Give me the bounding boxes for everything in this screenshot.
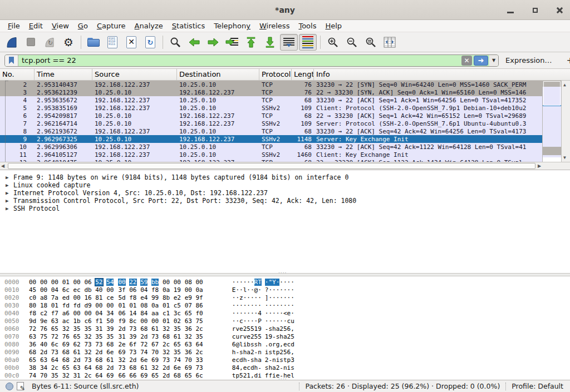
hex-byte[interactable]: 73 bbox=[129, 349, 136, 356]
hex-byte[interactable]: 61 bbox=[174, 333, 181, 340]
hex-byte[interactable]: a8 bbox=[40, 294, 47, 301]
go-first-packet-button[interactable] bbox=[242, 34, 260, 51]
hex-byte[interactable]: 06 bbox=[129, 286, 136, 294]
hex-byte[interactable]: ed bbox=[62, 294, 70, 301]
hex-byte[interactable]: 2c bbox=[196, 349, 203, 356]
ascii-char[interactable]: < bbox=[283, 310, 287, 317]
ascii-char[interactable]: s bbox=[250, 341, 254, 348]
detail-row[interactable]: ▶Transmission Control Protocol, Src Port… bbox=[0, 197, 570, 205]
ascii-char[interactable]: · bbox=[250, 302, 254, 309]
hex-byte[interactable]: 8c bbox=[129, 317, 136, 325]
hex-byte[interactable]: 64 bbox=[84, 364, 91, 371]
hex-byte[interactable]: 8b bbox=[163, 294, 170, 301]
hex-byte[interactable]: e2 bbox=[174, 294, 181, 301]
ascii-char[interactable]: · bbox=[239, 310, 243, 317]
ascii-char[interactable]: · bbox=[279, 302, 283, 309]
ascii-char[interactable]: n bbox=[272, 356, 276, 364]
menu-edit[interactable]: Edit bbox=[24, 21, 47, 31]
menu-capture[interactable]: Capture bbox=[92, 21, 130, 31]
ascii-char[interactable]: · bbox=[291, 286, 294, 294]
ascii-char[interactable]: - bbox=[272, 333, 276, 340]
packet-row[interactable]: 62.95420981710.25.0.10192.168.122.237TCP… bbox=[0, 112, 570, 120]
hex-byte[interactable]: c0 bbox=[29, 294, 36, 301]
hex-byte[interactable]: 2d bbox=[40, 349, 47, 356]
hex-byte[interactable]: 6e bbox=[174, 364, 181, 371]
column-header-destination[interactable]: Destination bbox=[177, 69, 259, 80]
ascii-char[interactable]: · bbox=[250, 286, 254, 294]
hex-byte[interactable]: 00 bbox=[185, 286, 192, 294]
filter-bookmark-button[interactable] bbox=[5, 55, 18, 66]
ascii-char[interactable]: p bbox=[235, 372, 239, 379]
hex-byte[interactable]: 70 bbox=[151, 349, 159, 356]
hex-byte[interactable]: 76 bbox=[62, 333, 70, 340]
packet-row[interactable]: 112.964105127192.168.122.23710.25.0.10SS… bbox=[0, 151, 570, 158]
minimap-thumb[interactable] bbox=[543, 81, 561, 106]
hex-byte[interactable]: 61 bbox=[73, 349, 81, 356]
add-filter-button[interactable]: + bbox=[563, 55, 570, 66]
hex-byte[interactable]: 32 bbox=[62, 325, 70, 333]
hex-byte[interactable]: 00 bbox=[140, 317, 148, 325]
ascii-char[interactable]: c bbox=[235, 356, 239, 364]
hex-byte[interactable]: 61 bbox=[140, 364, 148, 371]
hex-byte[interactable]: 1b bbox=[73, 317, 81, 325]
scroll-left-arrow-icon[interactable]: ◀ bbox=[1, 163, 4, 168]
hex-byte[interactable]: 08 bbox=[140, 302, 148, 309]
hex-byte[interactable]: 75 bbox=[40, 333, 47, 340]
ascii-char[interactable]: · bbox=[272, 317, 276, 325]
hex-byte[interactable]: 80 bbox=[29, 302, 36, 309]
hex-byte[interactable]: 2d bbox=[163, 372, 170, 379]
close-file-button[interactable]: ✕ bbox=[122, 34, 140, 51]
hex-byte[interactable]: 35 bbox=[95, 333, 102, 340]
ascii-char[interactable]: · bbox=[250, 279, 254, 286]
ascii-char[interactable]: s bbox=[250, 356, 254, 364]
ascii-char[interactable]: · bbox=[272, 302, 276, 309]
hex-byte[interactable]: f7 bbox=[51, 310, 58, 317]
ascii-char[interactable]: 5 bbox=[258, 333, 262, 340]
hex-byte[interactable]: 07 bbox=[185, 302, 192, 309]
hex-byte[interactable]: 00 bbox=[73, 310, 81, 317]
hex-byte[interactable]: 35 bbox=[84, 325, 91, 333]
hex-byte[interactable]: 73 bbox=[84, 356, 91, 364]
expander-triangle-icon[interactable]: ▶ bbox=[6, 189, 8, 197]
hex-byte[interactable]: 18 bbox=[40, 302, 47, 309]
hex-byte[interactable]: 00 bbox=[174, 279, 181, 286]
menu-statistics[interactable]: Statistics bbox=[168, 21, 209, 31]
ascii-char[interactable]: · bbox=[268, 317, 272, 325]
hex-byte[interactable]: 63 bbox=[29, 333, 36, 340]
ascii-char[interactable]: 5 bbox=[247, 325, 250, 333]
hex-byte[interactable]: 68 bbox=[106, 341, 114, 348]
hex-byte[interactable]: 01 bbox=[118, 302, 125, 309]
hex-byte[interactable]: 2d bbox=[118, 325, 125, 333]
ascii-char[interactable]: · bbox=[239, 279, 243, 286]
hex-byte[interactable]: 2d bbox=[73, 356, 81, 364]
detail-row[interactable]: ▶Frame 9: 1148 bytes on wire (9184 bits)… bbox=[0, 173, 570, 181]
ascii-char[interactable]: · bbox=[250, 294, 254, 301]
ascii-char[interactable]: · bbox=[247, 317, 250, 325]
hex-byte[interactable]: 00 bbox=[118, 279, 125, 286]
hex-byte[interactable]: 00 bbox=[196, 279, 203, 286]
packet-list-minimap-scrollbar[interactable] bbox=[542, 81, 561, 162]
ascii-char[interactable]: · bbox=[272, 286, 276, 294]
packet-row[interactable]: 42.953635672192.168.122.23710.25.0.10TCP… bbox=[0, 96, 570, 104]
hex-byte[interactable]: 65 bbox=[185, 310, 192, 317]
ascii-char[interactable]: - bbox=[235, 349, 239, 356]
ascii-char[interactable]: h bbox=[279, 333, 283, 340]
hex-byte[interactable]: 3f bbox=[118, 286, 125, 294]
hex-byte[interactable]: 2d bbox=[140, 333, 148, 340]
hex-byte[interactable]: 32 bbox=[163, 325, 170, 333]
hex-byte[interactable]: 16 bbox=[84, 294, 91, 301]
ascii-char[interactable]: - bbox=[279, 364, 283, 371]
close-button[interactable] bbox=[553, 4, 566, 16]
ascii-char[interactable]: · bbox=[279, 294, 283, 301]
hex-byte[interactable]: fd bbox=[62, 302, 70, 309]
hex-byte[interactable]: a6 bbox=[62, 310, 70, 317]
hex-byte[interactable]: 35 bbox=[174, 325, 181, 333]
ascii-char[interactable]: · bbox=[258, 294, 262, 301]
ascii-char[interactable]: a bbox=[247, 349, 250, 356]
hex-byte[interactable]: e4 bbox=[140, 294, 148, 301]
ascii-char[interactable]: · bbox=[283, 302, 287, 309]
ascii-char[interactable]: d bbox=[239, 356, 243, 364]
ascii-char[interactable]: c bbox=[247, 364, 250, 371]
hex-byte[interactable]: 2c bbox=[51, 364, 58, 371]
ascii-char[interactable]: i bbox=[272, 372, 276, 379]
